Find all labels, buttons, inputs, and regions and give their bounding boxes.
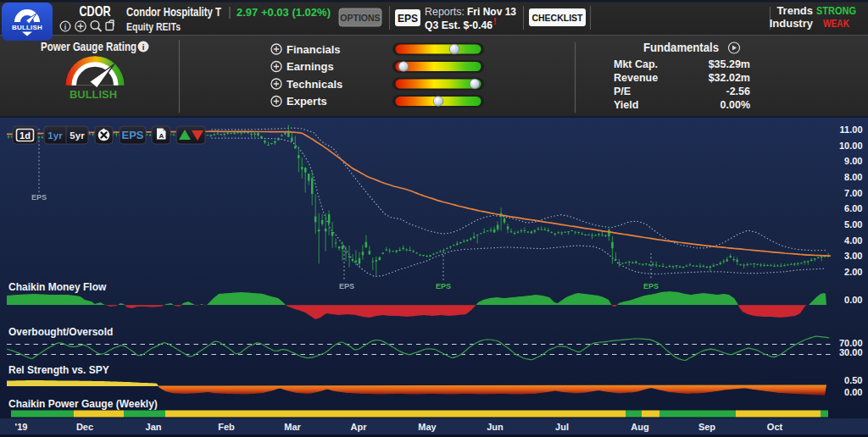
svg-text:Oct: Oct (767, 422, 783, 432)
svg-text:0.00%: 0.00% (721, 99, 750, 111)
svg-text:-2.56: -2.56 (726, 86, 751, 97)
svg-text:!: ! (493, 16, 497, 26)
svg-text:$35.29m: $35.29m (709, 58, 750, 70)
svg-text:Overbought/Oversold: Overbought/Oversold (8, 326, 113, 338)
svg-text:Jun: Jun (487, 422, 504, 432)
svg-text:EPS: EPS (121, 129, 143, 141)
svg-text:BULLISH: BULLISH (70, 88, 117, 101)
svg-text:i: i (64, 23, 67, 31)
svg-text:Earnings: Earnings (287, 60, 334, 73)
svg-text:2.00: 2.00 (844, 267, 862, 277)
svg-text:May: May (418, 422, 437, 432)
svg-text:0.00: 0.00 (844, 387, 862, 397)
svg-text:Fundamentals: Fundamentals (643, 41, 719, 54)
svg-text:EPS: EPS (643, 282, 659, 290)
svg-text:Condor Hospitality T: Condor Hospitality T (126, 5, 221, 19)
svg-text:EPS: EPS (31, 193, 47, 202)
svg-text:Jan: Jan (146, 422, 162, 432)
svg-text:A: A (159, 132, 164, 140)
svg-text:Technicals: Technicals (287, 78, 342, 91)
svg-text:OPTIONS: OPTIONS (340, 13, 380, 23)
svg-text:2.97 +0.03 (1.02%): 2.97 +0.03 (1.02%) (236, 6, 331, 19)
svg-text:9.00: 9.00 (844, 156, 862, 166)
svg-text:11.00: 11.00 (840, 124, 863, 135)
svg-text:Aug: Aug (631, 422, 648, 432)
svg-text:Feb: Feb (218, 422, 235, 432)
svg-text:Fri Nov 13: Fri Nov 13 (467, 6, 516, 18)
svg-text:Q3 Est. $-0.46: Q3 Est. $-0.46 (425, 19, 492, 31)
svg-text:30.00: 30.00 (839, 347, 863, 357)
svg-text:8.00: 8.00 (844, 172, 862, 182)
svg-text:Experts: Experts (287, 95, 327, 108)
svg-text:Chaikin Power Gauge (Weekly): Chaikin Power Gauge (Weekly) (8, 398, 158, 410)
svg-text:CHECKLIST: CHECKLIST (531, 13, 583, 23)
svg-text:WEAK: WEAK (823, 17, 849, 30)
svg-text:Jul: Jul (555, 422, 569, 432)
svg-text:Mar: Mar (284, 422, 301, 432)
svg-text:1d: 1d (19, 130, 31, 141)
svg-text:Sep: Sep (698, 422, 715, 432)
svg-text:Dec: Dec (76, 422, 93, 432)
svg-text:BULLISH: BULLISH (12, 24, 42, 31)
svg-text:4.00: 4.00 (844, 235, 862, 246)
svg-text:Chaikin Money Flow: Chaikin Money Flow (8, 281, 107, 293)
svg-text:'19: '19 (15, 422, 28, 432)
svg-text:Industry: Industry (770, 17, 814, 30)
svg-text:Mkt Cap.: Mkt Cap. (614, 58, 658, 70)
svg-text:P/E: P/E (614, 86, 631, 97)
svg-text:10.00: 10.00 (839, 141, 863, 151)
svg-text:STRONG: STRONG (816, 4, 856, 17)
svg-text:0.00: 0.00 (844, 295, 862, 305)
svg-text:Trends: Trends (776, 4, 813, 17)
svg-text:5.00: 5.00 (844, 219, 862, 230)
svg-text:Power Gauge Rating: Power Gauge Rating (41, 40, 136, 53)
svg-text:3.00: 3.00 (844, 251, 862, 261)
svg-text:1yr: 1yr (47, 130, 63, 141)
svg-text:$32.02m: $32.02m (709, 72, 750, 84)
svg-text:5yr: 5yr (70, 130, 85, 141)
svg-text:Equity REITs: Equity REITs (126, 21, 181, 33)
svg-text:Apr: Apr (351, 422, 368, 432)
svg-text:Yield: Yield (614, 99, 638, 111)
svg-text:EPS: EPS (398, 13, 418, 25)
svg-text:EPS: EPS (436, 282, 451, 290)
svg-text:Rel Strength vs. SPY: Rel Strength vs. SPY (8, 364, 109, 376)
svg-text:7.00: 7.00 (844, 188, 862, 198)
svg-text:i: i (142, 42, 145, 52)
svg-text:CDOR: CDOR (80, 3, 111, 19)
svg-text:EPS: EPS (339, 282, 354, 290)
svg-text:Financials: Financials (287, 43, 341, 56)
svg-text:Revenue: Revenue (614, 72, 658, 84)
svg-text:0.50: 0.50 (844, 375, 862, 385)
svg-text:Reports:: Reports: (425, 6, 465, 18)
svg-text:6.00: 6.00 (844, 203, 862, 213)
